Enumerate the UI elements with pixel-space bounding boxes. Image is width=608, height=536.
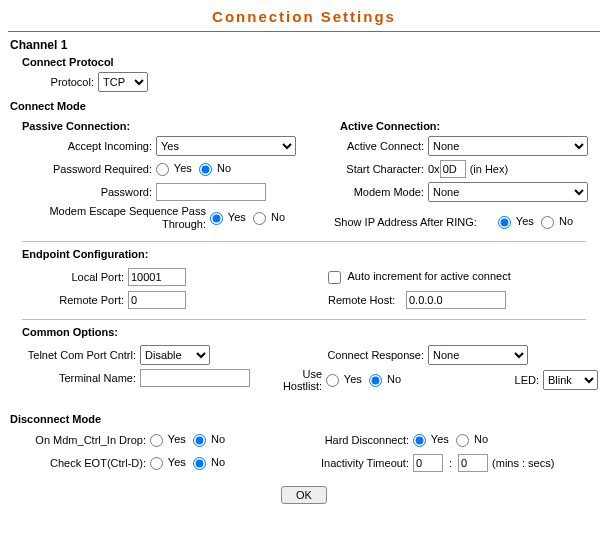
show-ip-label: Show IP Address After RING: <box>328 216 498 228</box>
remote-host-input[interactable] <box>406 291 506 309</box>
hard-disconnect-yes-label: Yes <box>431 433 449 445</box>
remote-port-label: Remote Port: <box>10 294 128 306</box>
check-eot-yes-option[interactable]: Yes <box>150 456 189 468</box>
accept-incoming-label: Accept Incoming: <box>10 140 156 152</box>
remote-host-label: Remote Host: <box>328 294 406 306</box>
show-ip-yes-radio[interactable] <box>498 216 511 229</box>
use-hostlist-yes-label: Yes <box>344 373 362 385</box>
on-mdm-no-label: No <box>211 433 225 445</box>
check-eot-no-radio[interactable] <box>193 457 206 470</box>
inactivity-colon: : <box>443 457 458 469</box>
ok-button[interactable]: OK <box>281 486 327 504</box>
terminal-name-label: Terminal Name: <box>10 372 140 384</box>
use-hostlist-no-label: No <box>387 373 401 385</box>
hard-disconnect-no-label: No <box>474 433 488 445</box>
telnet-select[interactable]: Disable <box>140 345 210 365</box>
use-hostlist-no-option[interactable]: No <box>369 373 401 385</box>
on-mdm-yes-option[interactable]: Yes <box>150 433 189 445</box>
endpoint-heading: Endpoint Configuration: <box>22 248 598 260</box>
on-mdm-label: On Mdm_Ctrl_In Drop: <box>10 434 150 446</box>
active-connect-select[interactable]: None <box>428 136 588 156</box>
start-character-suffix: (in Hex) <box>470 163 509 175</box>
password-required-no-radio[interactable] <box>199 163 212 176</box>
password-required-no-option[interactable]: No <box>199 162 231 174</box>
show-ip-yes-label: Yes <box>516 215 534 227</box>
led-select[interactable]: Blink <box>543 370 598 390</box>
show-ip-yes-option[interactable]: Yes <box>498 215 537 227</box>
check-eot-yes-radio[interactable] <box>150 457 163 470</box>
modem-mode-label: Modem Mode: <box>328 186 428 198</box>
divider <box>22 241 586 242</box>
passive-connection-heading: Passive Connection: <box>22 120 320 132</box>
show-ip-no-radio[interactable] <box>541 216 554 229</box>
mesp-no-radio[interactable] <box>253 212 266 225</box>
protocol-select[interactable]: TCP <box>98 72 148 92</box>
use-hostlist-label: Use Hostlist: <box>268 368 326 392</box>
on-mdm-no-radio[interactable] <box>193 434 206 447</box>
inactivity-label: Inactivity Timeout: <box>298 457 413 469</box>
inactivity-secs-input[interactable] <box>458 454 488 472</box>
page-title: Connection Settings <box>8 0 600 32</box>
led-label: LED: <box>405 374 543 386</box>
mesp-no-label: No <box>271 211 285 223</box>
hard-disconnect-yes-option[interactable]: Yes <box>413 433 452 445</box>
start-character-label: Start Character: <box>328 163 428 175</box>
mesp-label: Modem Escape Sequence Pass Through: <box>10 205 210 231</box>
check-eot-yes-label: Yes <box>168 456 186 468</box>
password-label: Password: <box>10 186 156 198</box>
password-required-yes-radio[interactable] <box>156 163 169 176</box>
common-options-heading: Common Options: <box>22 326 598 338</box>
on-mdm-yes-label: Yes <box>168 433 186 445</box>
on-mdm-yes-radio[interactable] <box>150 434 163 447</box>
channel-header: Channel 1 <box>10 38 598 52</box>
show-ip-no-label: No <box>559 215 573 227</box>
show-ip-no-option[interactable]: No <box>541 215 573 227</box>
use-hostlist-no-radio[interactable] <box>369 374 382 387</box>
password-required-label: Password Required: <box>10 163 156 175</box>
password-required-yes-option[interactable]: Yes <box>156 162 195 174</box>
terminal-name-input[interactable] <box>140 369 250 387</box>
start-character-prefix: 0x <box>428 163 440 175</box>
connect-protocol-heading: Connect Protocol <box>22 56 598 68</box>
active-connection-heading: Active Connection: <box>340 120 598 132</box>
auto-increment-option[interactable]: Auto increment for active connect <box>328 270 511 284</box>
modem-mode-select[interactable]: None <box>428 182 588 202</box>
password-required-no-label: No <box>217 162 231 174</box>
password-input[interactable] <box>156 183 266 201</box>
connect-response-label: Connect Response: <box>268 349 428 361</box>
use-hostlist-yes-option[interactable]: Yes <box>326 373 365 385</box>
hard-disconnect-no-radio[interactable] <box>456 434 469 447</box>
hard-disconnect-yes-radio[interactable] <box>413 434 426 447</box>
telnet-label: Telnet Com Port Cntrl: <box>10 349 140 361</box>
mesp-yes-label: Yes <box>228 211 246 223</box>
password-required-yes-label: Yes <box>174 162 192 174</box>
mesp-yes-option[interactable]: Yes <box>210 211 249 223</box>
accept-incoming-select[interactable]: Yes <box>156 136 296 156</box>
auto-increment-label: Auto increment for active connect <box>347 270 510 282</box>
protocol-label: Protocol: <box>10 76 98 88</box>
remote-port-input[interactable] <box>128 291 186 309</box>
local-port-label: Local Port: <box>10 271 128 283</box>
start-character-input[interactable] <box>440 160 466 178</box>
check-eot-no-label: No <box>211 456 225 468</box>
check-eot-label: Check EOT(Ctrl-D): <box>10 457 150 469</box>
on-mdm-no-option[interactable]: No <box>193 433 225 445</box>
connect-response-select[interactable]: None <box>428 345 528 365</box>
mesp-no-option[interactable]: No <box>253 211 285 223</box>
active-connect-label: Active Connect: <box>328 140 428 152</box>
inactivity-mins-input[interactable] <box>413 454 443 472</box>
inactivity-units: (mins : secs) <box>492 457 554 469</box>
disconnect-mode-header: Disconnect Mode <box>10 413 598 425</box>
local-port-input[interactable] <box>128 268 186 286</box>
mesp-yes-radio[interactable] <box>210 212 223 225</box>
hard-disconnect-no-option[interactable]: No <box>456 433 488 445</box>
divider <box>22 319 586 320</box>
use-hostlist-yes-radio[interactable] <box>326 374 339 387</box>
auto-increment-checkbox[interactable] <box>328 271 341 284</box>
hard-disconnect-label: Hard Disconnect: <box>298 434 413 446</box>
connect-mode-header: Connect Mode <box>10 100 598 112</box>
check-eot-no-option[interactable]: No <box>193 456 225 468</box>
